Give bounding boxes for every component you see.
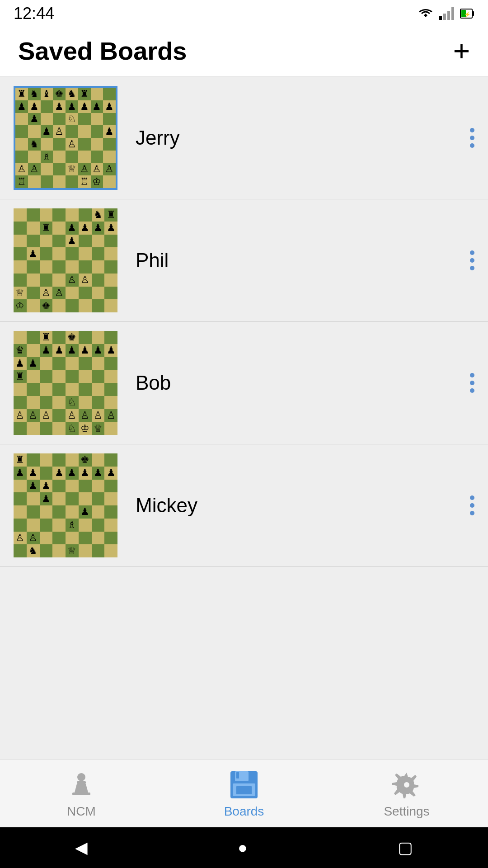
svg-rect-0 [439, 16, 442, 20]
board-item-bob[interactable]: ♜♚♛♟♟♟♟♟♟♟♟♜♘♙♙♙♙♙♙♙♘♔♕Bob [0, 322, 488, 444]
nav-label-ncm: NCM [67, 804, 96, 819]
recents-button[interactable]: ▢ [398, 838, 413, 857]
board-item-mickey[interactable]: ♜♚♟♟♟♟♟♟♟♟♟♟♟♗♙♙♞♕Mickey [0, 444, 488, 567]
svg-rect-10 [72, 793, 90, 795]
add-board-button[interactable]: + [453, 37, 470, 66]
board-item-phil[interactable]: ♞♜♜♟♟♟♟♟♟♙♙♕♙♙♔♚Phil [0, 199, 488, 322]
chess-board-phil: ♞♜♜♟♟♟♟♟♟♙♙♕♙♙♔♚ [14, 208, 117, 312]
board-name-mickey: Mickey [136, 494, 474, 517]
chess-board-bob: ♜♚♛♟♟♟♟♟♟♟♟♜♘♙♙♙♙♙♙♙♘♔♕ [14, 331, 117, 435]
more-button-phil[interactable] [465, 246, 479, 275]
board-name-phil: Phil [136, 249, 474, 272]
nav-label-settings: Settings [384, 804, 429, 819]
board-name-jerry: Jerry [136, 127, 474, 149]
ncm-icon [66, 769, 97, 801]
home-button[interactable]: ● [238, 838, 248, 857]
svg-point-8 [77, 773, 85, 781]
nav-label-boards: Boards [224, 804, 264, 819]
status-icons: ⚡ [418, 7, 474, 20]
svg-rect-13 [236, 772, 239, 778]
svg-point-18 [404, 782, 409, 788]
boards-list: ♜♞♝♚♞♜♟♟♟♟♟♟♟♟♘♟♙♟♞♙♗♙♙♕♙♙♙♖♖♔Jerry♞♜♜♟♟… [0, 77, 488, 760]
nav-item-ncm[interactable]: NCM [0, 769, 163, 819]
settings-icon [391, 769, 422, 801]
bottom-nav: NCM Boards Settings [0, 760, 488, 827]
status-bar: 12:44 ⚡ [0, 0, 488, 27]
svg-rect-3 [451, 7, 454, 20]
board-item-jerry[interactable]: ♜♞♝♚♞♜♟♟♟♟♟♟♟♟♘♟♙♟♞♙♗♙♙♕♙♙♙♖♖♔Jerry [0, 77, 488, 199]
chess-board-jerry: ♜♞♝♚♞♜♟♟♟♟♟♟♟♟♘♟♙♟♞♙♗♙♙♕♙♙♙♖♖♔ [14, 86, 117, 190]
svg-rect-1 [443, 14, 446, 20]
signal-icon [439, 7, 455, 20]
svg-rect-9 [77, 781, 86, 784]
more-button-jerry[interactable] [465, 123, 479, 152]
page-title: Saved Boards [18, 36, 187, 66]
svg-rect-15 [236, 786, 252, 794]
system-nav: ◀ ● ▢ [0, 827, 488, 868]
more-button-bob[interactable] [465, 368, 479, 397]
header: Saved Boards + [0, 27, 488, 77]
chess-board-mickey: ♜♚♟♟♟♟♟♟♟♟♟♟♟♗♙♙♞♕ [14, 453, 117, 557]
svg-rect-5 [472, 11, 474, 16]
status-time: 12:44 [14, 4, 54, 23]
more-button-mickey[interactable] [465, 491, 479, 520]
wifi-icon [418, 7, 434, 20]
svg-rect-2 [447, 11, 450, 20]
battery-icon: ⚡ [460, 7, 474, 20]
svg-text:⚡: ⚡ [464, 11, 471, 18]
nav-item-settings[interactable]: Settings [325, 769, 488, 819]
board-name-bob: Bob [136, 372, 474, 394]
boards-icon [228, 769, 260, 801]
nav-item-boards[interactable]: Boards [163, 769, 325, 819]
back-button[interactable]: ◀ [75, 838, 88, 857]
